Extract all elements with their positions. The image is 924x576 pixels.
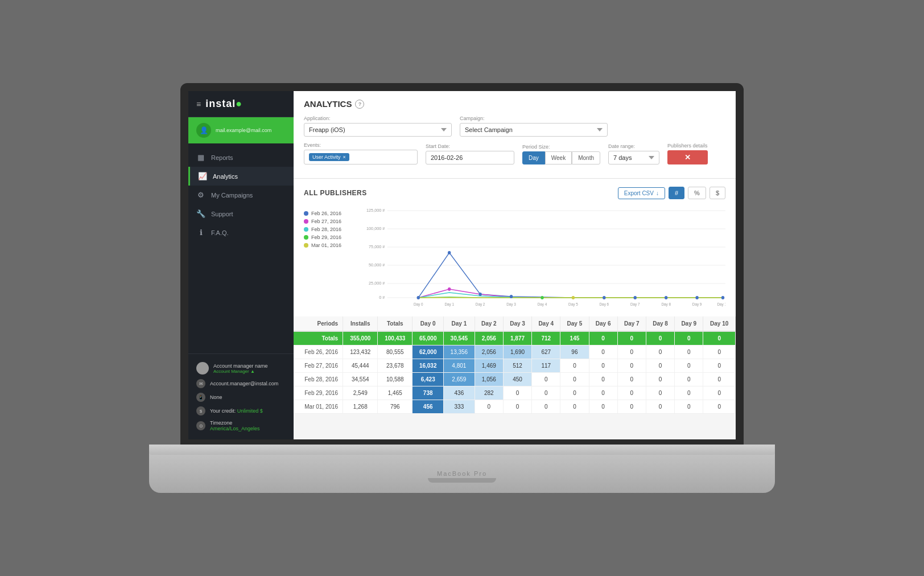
svg-point-15 [478, 293, 481, 296]
totals-day3: 1,877 [503, 331, 531, 345]
col-installs: Installs [343, 316, 378, 331]
chart-legend: Feb 26, 2016 Feb 27, 2016 Feb 28, 2016 [304, 205, 355, 308]
totals-installs: 355,000 [343, 331, 378, 345]
row-day6: 0 [589, 345, 617, 359]
sidebar-item-reports-label: Reports [211, 154, 233, 161]
row-day0: 6,423 [412, 373, 444, 386]
laptop-base: MacBook Pro [149, 445, 775, 493]
analytics-icon: 📈 [198, 172, 207, 180]
row-day1: 436 [444, 386, 475, 400]
row-day2: 1,056 [475, 373, 503, 386]
credit-value: Unlimited $ [237, 408, 263, 414]
legend-label-3: Feb 28, 2016 [311, 227, 341, 232]
row-day8: 0 [646, 386, 674, 400]
analytics-panel: ANALYTICS ? Application: Freapp (iOS) Ca… [294, 91, 736, 179]
row-day7: 0 [617, 386, 646, 400]
totals-day4: 712 [532, 331, 560, 345]
sidebar-item-support[interactable]: 🔧 Support [188, 204, 294, 223]
events-label: Events: [304, 142, 418, 148]
date-range-select[interactable]: 7 days 14 days 30 days [608, 151, 659, 164]
svg-text:Day 8: Day 8 [661, 302, 671, 307]
row-totals: 1,465 [378, 386, 412, 400]
legend-item-2: Feb 27, 2016 [304, 219, 355, 224]
svg-text:Day 3: Day 3 [506, 302, 516, 307]
filter-row-1: Application: Freapp (iOS) Campaign: Sele… [304, 116, 725, 137]
footer-credit-row: $ Your credit: Unlimited $ [196, 404, 286, 418]
sidebar-item-analytics[interactable]: 📈 Analytics [188, 167, 294, 186]
totals-day5: 145 [560, 331, 589, 345]
campaign-filter: Campaign: Select Campaign [460, 116, 608, 137]
row-day2: 2,056 [475, 345, 503, 359]
sidebar-item-faq[interactable]: ℹ F.A.Q. [188, 223, 294, 242]
start-date-filter: Start Date: [426, 143, 514, 164]
table-row: Feb 28, 2016 34,554 10,588 6,423 2,659 1… [294, 373, 736, 386]
row-day4: 627 [532, 345, 560, 359]
col-day3: Day 3 [503, 316, 531, 331]
user-section[interactable]: 👤 mail.example@mail.com [188, 117, 294, 143]
hamburger-icon[interactable]: ≡ [196, 100, 201, 109]
export-csv-button[interactable]: Export CSV ↓ [618, 187, 665, 199]
row-day10: 0 [703, 400, 736, 414]
svg-text:Day 10: Day 10 [717, 302, 725, 307]
row-day9: 0 [675, 386, 703, 400]
svg-text:50,000 #: 50,000 # [369, 262, 385, 268]
svg-text:75,000 #: 75,000 # [369, 244, 385, 249]
footer-phone-row: 📱 None [196, 390, 286, 404]
footer-email: Account.manager@instal.com [210, 381, 278, 386]
sidebar: ≡ instal● 👤 mail.example@mail.com ▦ Repo… [188, 91, 294, 439]
campaign-select[interactable]: Select Campaign [460, 123, 608, 137]
view-hash-btn[interactable]: # [669, 187, 684, 199]
svg-point-22 [695, 296, 698, 299]
help-icon[interactable]: ? [355, 100, 364, 109]
legend-dot-2 [304, 219, 308, 224]
row-day6: 0 [589, 359, 617, 373]
legend-label-2: Feb 27, 2016 [311, 219, 341, 224]
sidebar-header: ≡ instal● [188, 91, 294, 117]
legend-item-4: Feb 29, 2016 [304, 234, 355, 240]
row-installs: 123,432 [343, 345, 378, 359]
start-date-input[interactable] [426, 151, 514, 164]
sidebar-item-campaigns[interactable]: ⚙ My Campaigns [188, 186, 294, 204]
period-week-btn[interactable]: Week [545, 151, 572, 164]
row-day6: 0 [589, 373, 617, 386]
row-day6: 0 [589, 400, 617, 414]
row-day0: 738 [412, 386, 444, 400]
logo-dot: ● [236, 98, 242, 109]
svg-text:125,000 #: 125,000 # [366, 208, 385, 213]
filter-row-2: Events: User Activity × Start Date: [304, 142, 725, 164]
row-totals: 10,588 [378, 373, 412, 386]
row-day9: 0 [675, 373, 703, 386]
chart-title: ALL PUBLISHERS [304, 189, 367, 197]
row-day5: 0 [560, 400, 589, 414]
table-header-row: Periods Installs Totals Day 0 Day 1 Day … [294, 316, 736, 331]
legend-label-1: Feb 26, 2016 [311, 211, 341, 216]
row-day3: 512 [503, 359, 531, 373]
footer-timezone-row: ⊙ Timezone America/Los_Angeles [196, 418, 286, 434]
row-day5: 0 [560, 359, 589, 373]
events-input[interactable]: User Activity × [304, 150, 418, 164]
row-installs: 2,549 [343, 386, 378, 400]
macbook-brand: MacBook Pro [437, 470, 487, 477]
analytics-table: Periods Installs Totals Day 0 Day 1 Day … [294, 316, 736, 414]
totals-day6: 0 [589, 331, 617, 345]
legend-label-4: Feb 29, 2016 [311, 234, 341, 240]
row-day3: 0 [503, 400, 531, 414]
laptop-frame: ≡ instal● 👤 mail.example@mail.com ▦ Repo… [149, 83, 775, 493]
row-day3: 450 [503, 373, 531, 386]
sidebar-item-reports[interactable]: ▦ Reports [188, 148, 294, 167]
row-day9: 0 [675, 345, 703, 359]
laptop-screen: ≡ instal● 👤 mail.example@mail.com ▦ Repo… [180, 83, 744, 447]
period-day-btn[interactable]: Day [522, 151, 545, 164]
application-select[interactable]: Freapp (iOS) [304, 123, 452, 137]
timezone-value: America/Los_Angeles [210, 426, 260, 431]
view-percent-btn[interactable]: % [688, 187, 706, 199]
table-row: Mar 01, 2016 1,268 796 456 333 0 0 0 0 0 [294, 400, 736, 414]
view-dollar-btn[interactable]: $ [710, 187, 725, 199]
period-month-btn[interactable]: Month [572, 151, 600, 164]
event-tag-remove[interactable]: × [343, 154, 346, 160]
svg-point-19 [603, 296, 605, 299]
col-day0: Day 0 [412, 316, 444, 331]
totals-day0: 65,000 [412, 331, 444, 345]
clear-button[interactable]: ✕ [667, 150, 708, 164]
svg-text:Day 1: Day 1 [444, 302, 454, 307]
